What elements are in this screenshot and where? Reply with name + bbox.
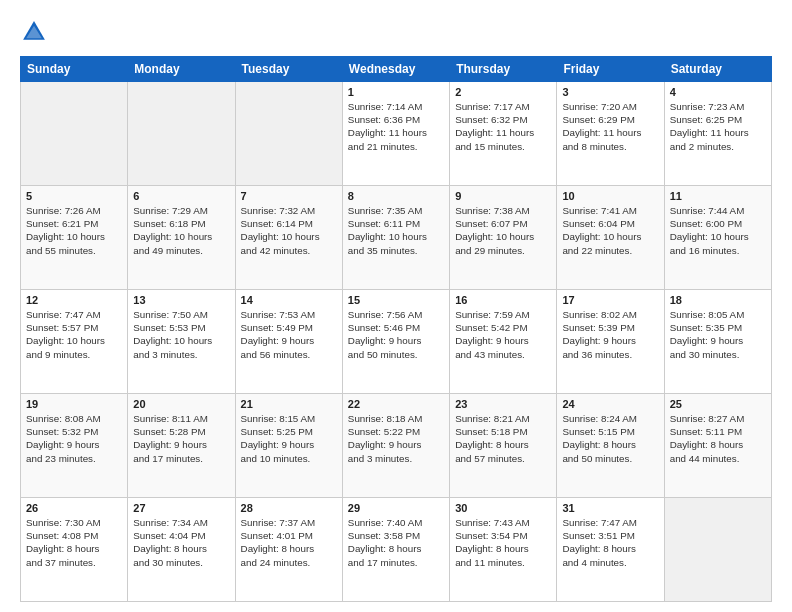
calendar-cell: 2Sunrise: 7:17 AM Sunset: 6:32 PM Daylig… [450,82,557,186]
col-header-thursday: Thursday [450,57,557,82]
day-info: Sunrise: 7:30 AM Sunset: 4:08 PM Dayligh… [26,516,122,569]
col-header-tuesday: Tuesday [235,57,342,82]
day-info: Sunrise: 7:23 AM Sunset: 6:25 PM Dayligh… [670,100,766,153]
calendar-cell: 18Sunrise: 8:05 AM Sunset: 5:35 PM Dayli… [664,290,771,394]
day-number: 20 [133,398,229,410]
day-info: Sunrise: 7:35 AM Sunset: 6:11 PM Dayligh… [348,204,444,257]
day-number: 15 [348,294,444,306]
day-number: 13 [133,294,229,306]
calendar-cell: 1Sunrise: 7:14 AM Sunset: 6:36 PM Daylig… [342,82,449,186]
day-number: 17 [562,294,658,306]
day-number: 24 [562,398,658,410]
day-info: Sunrise: 7:20 AM Sunset: 6:29 PM Dayligh… [562,100,658,153]
calendar-cell: 10Sunrise: 7:41 AM Sunset: 6:04 PM Dayli… [557,186,664,290]
calendar-cell: 24Sunrise: 8:24 AM Sunset: 5:15 PM Dayli… [557,394,664,498]
col-header-sunday: Sunday [21,57,128,82]
calendar-cell [128,82,235,186]
day-number: 25 [670,398,766,410]
col-header-monday: Monday [128,57,235,82]
calendar-cell: 20Sunrise: 8:11 AM Sunset: 5:28 PM Dayli… [128,394,235,498]
day-number: 5 [26,190,122,202]
day-info: Sunrise: 7:34 AM Sunset: 4:04 PM Dayligh… [133,516,229,569]
calendar-cell: 4Sunrise: 7:23 AM Sunset: 6:25 PM Daylig… [664,82,771,186]
calendar-week-2: 12Sunrise: 7:47 AM Sunset: 5:57 PM Dayli… [21,290,772,394]
day-info: Sunrise: 7:41 AM Sunset: 6:04 PM Dayligh… [562,204,658,257]
calendar-week-0: 1Sunrise: 7:14 AM Sunset: 6:36 PM Daylig… [21,82,772,186]
day-number: 30 [455,502,551,514]
day-info: Sunrise: 8:08 AM Sunset: 5:32 PM Dayligh… [26,412,122,465]
calendar-cell: 14Sunrise: 7:53 AM Sunset: 5:49 PM Dayli… [235,290,342,394]
day-info: Sunrise: 7:47 AM Sunset: 3:51 PM Dayligh… [562,516,658,569]
day-number: 19 [26,398,122,410]
calendar-cell: 16Sunrise: 7:59 AM Sunset: 5:42 PM Dayli… [450,290,557,394]
day-info: Sunrise: 8:18 AM Sunset: 5:22 PM Dayligh… [348,412,444,465]
day-info: Sunrise: 8:11 AM Sunset: 5:28 PM Dayligh… [133,412,229,465]
calendar-week-4: 26Sunrise: 7:30 AM Sunset: 4:08 PM Dayli… [21,498,772,602]
calendar-cell: 3Sunrise: 7:20 AM Sunset: 6:29 PM Daylig… [557,82,664,186]
day-info: Sunrise: 7:26 AM Sunset: 6:21 PM Dayligh… [26,204,122,257]
day-number: 2 [455,86,551,98]
calendar-cell: 17Sunrise: 8:02 AM Sunset: 5:39 PM Dayli… [557,290,664,394]
calendar-cell: 21Sunrise: 8:15 AM Sunset: 5:25 PM Dayli… [235,394,342,498]
day-number: 8 [348,190,444,202]
day-number: 18 [670,294,766,306]
calendar-cell: 12Sunrise: 7:47 AM Sunset: 5:57 PM Dayli… [21,290,128,394]
calendar-cell: 31Sunrise: 7:47 AM Sunset: 3:51 PM Dayli… [557,498,664,602]
day-number: 10 [562,190,658,202]
calendar-cell: 23Sunrise: 8:21 AM Sunset: 5:18 PM Dayli… [450,394,557,498]
calendar-cell: 26Sunrise: 7:30 AM Sunset: 4:08 PM Dayli… [21,498,128,602]
calendar-cell: 28Sunrise: 7:37 AM Sunset: 4:01 PM Dayli… [235,498,342,602]
day-number: 11 [670,190,766,202]
day-number: 29 [348,502,444,514]
day-info: Sunrise: 7:37 AM Sunset: 4:01 PM Dayligh… [241,516,337,569]
calendar-cell: 22Sunrise: 8:18 AM Sunset: 5:22 PM Dayli… [342,394,449,498]
day-info: Sunrise: 8:02 AM Sunset: 5:39 PM Dayligh… [562,308,658,361]
day-info: Sunrise: 8:27 AM Sunset: 5:11 PM Dayligh… [670,412,766,465]
day-info: Sunrise: 7:43 AM Sunset: 3:54 PM Dayligh… [455,516,551,569]
calendar-cell: 25Sunrise: 8:27 AM Sunset: 5:11 PM Dayli… [664,394,771,498]
calendar-cell [664,498,771,602]
col-header-saturday: Saturday [664,57,771,82]
day-number: 16 [455,294,551,306]
day-number: 12 [26,294,122,306]
day-info: Sunrise: 8:05 AM Sunset: 5:35 PM Dayligh… [670,308,766,361]
day-info: Sunrise: 7:44 AM Sunset: 6:00 PM Dayligh… [670,204,766,257]
day-info: Sunrise: 8:21 AM Sunset: 5:18 PM Dayligh… [455,412,551,465]
logo [20,18,52,46]
calendar-week-1: 5Sunrise: 7:26 AM Sunset: 6:21 PM Daylig… [21,186,772,290]
calendar-week-3: 19Sunrise: 8:08 AM Sunset: 5:32 PM Dayli… [21,394,772,498]
calendar-cell: 30Sunrise: 7:43 AM Sunset: 3:54 PM Dayli… [450,498,557,602]
calendar-cell: 5Sunrise: 7:26 AM Sunset: 6:21 PM Daylig… [21,186,128,290]
day-info: Sunrise: 7:59 AM Sunset: 5:42 PM Dayligh… [455,308,551,361]
day-info: Sunrise: 8:24 AM Sunset: 5:15 PM Dayligh… [562,412,658,465]
day-info: Sunrise: 8:15 AM Sunset: 5:25 PM Dayligh… [241,412,337,465]
day-info: Sunrise: 7:40 AM Sunset: 3:58 PM Dayligh… [348,516,444,569]
day-number: 31 [562,502,658,514]
logo-icon [20,18,48,46]
calendar-cell: 11Sunrise: 7:44 AM Sunset: 6:00 PM Dayli… [664,186,771,290]
day-info: Sunrise: 7:47 AM Sunset: 5:57 PM Dayligh… [26,308,122,361]
day-number: 14 [241,294,337,306]
day-number: 4 [670,86,766,98]
day-number: 3 [562,86,658,98]
day-number: 6 [133,190,229,202]
header [20,18,772,46]
day-info: Sunrise: 7:17 AM Sunset: 6:32 PM Dayligh… [455,100,551,153]
calendar-cell: 8Sunrise: 7:35 AM Sunset: 6:11 PM Daylig… [342,186,449,290]
day-number: 9 [455,190,551,202]
page: SundayMondayTuesdayWednesdayThursdayFrid… [0,0,792,612]
calendar-table: SundayMondayTuesdayWednesdayThursdayFrid… [20,56,772,602]
day-info: Sunrise: 7:38 AM Sunset: 6:07 PM Dayligh… [455,204,551,257]
day-info: Sunrise: 7:56 AM Sunset: 5:46 PM Dayligh… [348,308,444,361]
day-number: 22 [348,398,444,410]
calendar-cell [21,82,128,186]
day-info: Sunrise: 7:53 AM Sunset: 5:49 PM Dayligh… [241,308,337,361]
calendar-cell: 9Sunrise: 7:38 AM Sunset: 6:07 PM Daylig… [450,186,557,290]
calendar-header-row: SundayMondayTuesdayWednesdayThursdayFrid… [21,57,772,82]
day-number: 7 [241,190,337,202]
day-info: Sunrise: 7:29 AM Sunset: 6:18 PM Dayligh… [133,204,229,257]
day-number: 28 [241,502,337,514]
col-header-wednesday: Wednesday [342,57,449,82]
calendar-cell: 7Sunrise: 7:32 AM Sunset: 6:14 PM Daylig… [235,186,342,290]
calendar-cell: 15Sunrise: 7:56 AM Sunset: 5:46 PM Dayli… [342,290,449,394]
